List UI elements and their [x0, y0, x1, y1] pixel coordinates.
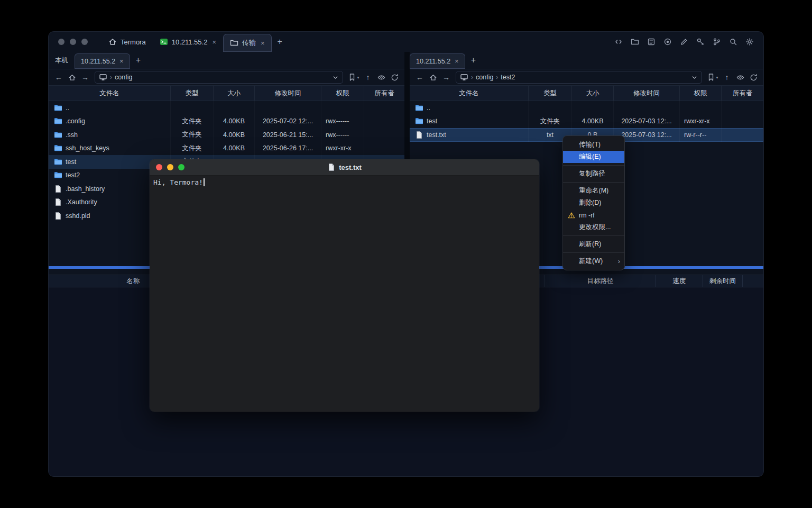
refresh-button[interactable]	[748, 71, 759, 83]
minimize-button[interactable]	[70, 39, 76, 45]
forward-button[interactable]: →	[79, 71, 91, 83]
folder-icon[interactable]	[629, 35, 641, 48]
back-button[interactable]: ←	[414, 71, 426, 83]
file-perm-cell	[680, 101, 722, 115]
column-header[interactable]: 大小	[572, 86, 614, 101]
file-owner-cell	[364, 101, 404, 115]
file-owner-cell	[364, 115, 404, 129]
breadcrumb-segment[interactable]: config	[476, 74, 493, 81]
parent-directory-button[interactable]: ↑	[721, 71, 733, 83]
log-icon[interactable]	[645, 35, 658, 48]
home-button[interactable]	[66, 71, 78, 83]
titlebar-tab-2[interactable]: 传输×	[223, 34, 272, 52]
parent-directory-button[interactable]: ↑	[362, 71, 374, 83]
column-header[interactable]: 类型	[529, 86, 572, 101]
file-row[interactable]: test文件夹4.00KB2025-07-03 12:...rwxr-xr-x	[410, 115, 763, 129]
column-header[interactable]: 类型	[171, 86, 214, 101]
breadcrumb-segment[interactable]: test2	[501, 74, 515, 81]
left-panel-tab-1[interactable]: 10.211.55.2×	[75, 53, 130, 69]
show-hidden-button[interactable]	[734, 71, 746, 83]
path-breadcrumb[interactable]: ›config	[95, 71, 343, 84]
column-header[interactable]: 所有者	[364, 86, 404, 101]
menu-item[interactable]: 刷新(R)	[563, 238, 624, 250]
titlebar[interactable]: Termora10.211.55.2×传输×+	[49, 32, 763, 52]
file-name-cell: .ssh	[49, 128, 171, 142]
close-icon[interactable]: ×	[212, 38, 216, 46]
column-header[interactable]: 权限	[321, 86, 364, 101]
right-table-header: 文件名类型大小修改时间权限所有者	[410, 85, 763, 101]
code-icon[interactable]	[612, 35, 625, 48]
menu-item[interactable]: 重命名(M)	[563, 185, 624, 197]
menu-item[interactable]: 复制路径	[563, 168, 624, 180]
maximize-button[interactable]	[81, 39, 88, 45]
editor-titlebar[interactable]: test.txt	[150, 159, 539, 176]
file-row[interactable]: ssh_host_keys文件夹4.00KB2025-06-26 17:...r…	[49, 142, 404, 156]
home-button[interactable]	[427, 71, 439, 83]
menu-separator	[563, 165, 624, 166]
file-row[interactable]: .ssh文件夹4.00KB2025-06-21 15:...rwx------	[49, 128, 404, 142]
new-tab-button[interactable]: +	[465, 52, 482, 69]
file-row[interactable]: .config文件夹4.00KB2025-07-02 12:...rwx----…	[49, 115, 404, 129]
editor-close-button[interactable]	[156, 164, 162, 170]
breadcrumb-separator-icon: ›	[110, 74, 112, 81]
forward-button[interactable]: →	[440, 71, 452, 83]
close-button[interactable]	[58, 39, 64, 45]
close-icon[interactable]: ×	[261, 39, 265, 47]
editor-minimize-button[interactable]	[167, 164, 173, 170]
branch-icon[interactable]	[710, 35, 723, 48]
refresh-button[interactable]	[389, 71, 400, 83]
transfer-column-header[interactable]: 剩余时间	[703, 275, 743, 287]
file-row[interactable]: ..	[49, 101, 404, 115]
right-panel-tab-0[interactable]: 10.211.55.2×	[410, 53, 465, 69]
titlebar-tabs: Termora10.211.55.2×传输×+	[102, 32, 288, 52]
show-hidden-button[interactable]	[375, 71, 387, 83]
column-header[interactable]: 修改时间	[255, 86, 321, 101]
breadcrumb-segment[interactable]: config	[115, 74, 132, 81]
titlebar-tab-1[interactable]: 10.211.55.2×	[153, 32, 223, 52]
bookmark-button[interactable]: ▾	[706, 71, 719, 83]
editor-zoom-button[interactable]	[178, 164, 184, 170]
column-header[interactable]: 大小	[214, 86, 255, 101]
menu-item[interactable]: 新建(W)›	[563, 255, 624, 267]
file-perm-cell: rwxr-xr-x	[321, 142, 364, 156]
menu-item[interactable]: 删除(D)	[563, 197, 624, 209]
file-owner-cell	[722, 115, 763, 129]
chevron-down-icon[interactable]	[691, 74, 698, 81]
column-header[interactable]: 权限	[680, 86, 722, 101]
file-name: .bash_history	[66, 185, 105, 193]
column-header[interactable]: 所有者	[722, 86, 763, 101]
dropdown-caret-icon: ▾	[716, 75, 718, 80]
column-header[interactable]: 修改时间	[614, 86, 680, 101]
key-icon[interactable]	[694, 35, 707, 48]
titlebar-tab-0[interactable]: Termora	[102, 32, 153, 52]
record-icon[interactable]	[661, 35, 674, 48]
close-icon[interactable]: ×	[455, 57, 459, 65]
back-button[interactable]: ←	[53, 71, 64, 83]
bookmark-button[interactable]: ▾	[347, 71, 361, 83]
menu-item-label: 删除(D)	[579, 198, 620, 207]
menu-item-label: rm -rf	[579, 212, 620, 219]
close-icon[interactable]: ×	[119, 57, 124, 65]
chevron-down-icon[interactable]	[332, 74, 339, 81]
column-header[interactable]: 文件名	[410, 86, 529, 101]
search-icon[interactable]	[727, 35, 740, 48]
editor-content-area[interactable]: Hi, Termora!	[150, 176, 539, 189]
transfer-column-header[interactable]: 目标路径	[545, 275, 656, 287]
settings-icon[interactable]	[743, 35, 756, 48]
menu-item-label: 刷新(R)	[579, 240, 620, 249]
column-header[interactable]: 文件名	[49, 86, 171, 101]
transfer-column-header[interactable]	[743, 275, 763, 287]
transfer-column-header[interactable]: 速度	[656, 275, 703, 287]
menu-item[interactable]: 编辑(E)	[563, 151, 624, 163]
menu-item[interactable]: rm -rf	[563, 209, 624, 221]
path-breadcrumb[interactable]: ›config›test2	[456, 71, 702, 84]
new-tab-button[interactable]: +	[272, 32, 288, 52]
left-panel-tab-0[interactable]: 本机	[49, 52, 75, 69]
new-tab-button[interactable]: +	[130, 52, 146, 69]
menu-separator	[563, 182, 624, 183]
file-row[interactable]: ..	[410, 101, 763, 115]
titlebar-actions	[612, 32, 756, 52]
menu-item[interactable]: 更改权限...	[563, 221, 624, 233]
menu-item[interactable]: 传输(T)	[563, 139, 624, 151]
edit-icon[interactable]	[678, 35, 690, 48]
